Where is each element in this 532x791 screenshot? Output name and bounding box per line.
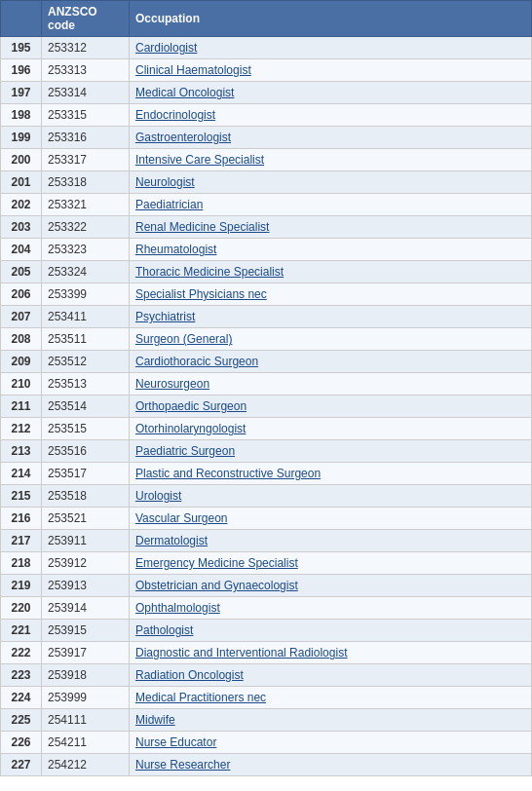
table-row: 227254212Nurse Researcher bbox=[1, 754, 532, 776]
table-row: 224253999Medical Practitioners nec bbox=[1, 687, 532, 709]
row-anzsco-code: 253323 bbox=[42, 239, 130, 261]
table-row: 217253911Dermatologist bbox=[1, 530, 532, 552]
row-anzsco-code: 254212 bbox=[42, 754, 130, 776]
table-row: 225254111Midwife bbox=[1, 709, 532, 732]
table-row: 197253314Medical Oncologist bbox=[1, 82, 532, 104]
row-number: 208 bbox=[1, 328, 42, 351]
header-occupation: Occupation bbox=[130, 1, 532, 37]
row-anzsco-code: 253917 bbox=[42, 642, 130, 664]
row-anzsco-code: 253312 bbox=[42, 37, 130, 59]
row-anzsco-code: 253521 bbox=[42, 508, 130, 530]
row-anzsco-code: 253912 bbox=[42, 552, 130, 575]
row-number: 217 bbox=[1, 530, 42, 552]
row-occupation-link[interactable]: Diagnostic and Interventional Radiologis… bbox=[130, 642, 532, 664]
row-anzsco-code: 253918 bbox=[42, 664, 130, 687]
table-row: 206253399Specialist Physicians nec bbox=[1, 283, 532, 306]
row-number: 223 bbox=[1, 664, 42, 687]
row-number: 214 bbox=[1, 463, 42, 485]
row-occupation-link[interactable]: Intensive Care Specialist bbox=[130, 149, 532, 171]
row-anzsco-code: 253913 bbox=[42, 575, 130, 597]
row-occupation-link[interactable]: Vascular Surgeon bbox=[130, 508, 532, 530]
row-number: 224 bbox=[1, 687, 42, 709]
row-number: 226 bbox=[1, 732, 42, 754]
row-occupation-link[interactable]: Specialist Physicians nec bbox=[130, 283, 532, 306]
row-occupation-link[interactable]: Paediatrician bbox=[130, 194, 532, 216]
row-occupation-link[interactable]: Obstetrician and Gynaecologist bbox=[130, 575, 532, 597]
row-number: 213 bbox=[1, 440, 42, 463]
row-occupation-link[interactable]: Midwife bbox=[130, 709, 532, 732]
occupation-table: ANZSCO code Occupation 195253312Cardiolo… bbox=[0, 0, 532, 776]
table-row: 223253918Radiation Oncologist bbox=[1, 664, 532, 687]
row-anzsco-code: 253515 bbox=[42, 418, 130, 440]
table-row: 215253518Urologist bbox=[1, 485, 532, 508]
row-anzsco-code: 253518 bbox=[42, 485, 130, 508]
row-anzsco-code: 253911 bbox=[42, 530, 130, 552]
table-row: 226254211Nurse Educator bbox=[1, 732, 532, 754]
row-occupation-link[interactable]: Neurologist bbox=[130, 171, 532, 194]
row-number: 225 bbox=[1, 709, 42, 732]
row-occupation-link[interactable]: Renal Medicine Specialist bbox=[130, 216, 532, 239]
row-anzsco-code: 253517 bbox=[42, 463, 130, 485]
row-number: 219 bbox=[1, 575, 42, 597]
table-row: 198253315Endocrinologist bbox=[1, 104, 532, 127]
row-occupation-link[interactable]: Ophthalmologist bbox=[130, 597, 532, 620]
row-occupation-link[interactable]: Thoracic Medicine Specialist bbox=[130, 261, 532, 283]
row-anzsco-code: 253314 bbox=[42, 82, 130, 104]
table-row: 211253514Orthopaedic Surgeon bbox=[1, 396, 532, 418]
row-number: 209 bbox=[1, 351, 42, 373]
row-number: 218 bbox=[1, 552, 42, 575]
row-anzsco-code: 253411 bbox=[42, 306, 130, 328]
table-row: 214253517Plastic and Reconstructive Surg… bbox=[1, 463, 532, 485]
row-anzsco-code: 253514 bbox=[42, 396, 130, 418]
row-number: 220 bbox=[1, 597, 42, 620]
row-anzsco-code: 253512 bbox=[42, 351, 130, 373]
table-row: 208253511Surgeon (General) bbox=[1, 328, 532, 351]
row-occupation-link[interactable]: Rheumatologist bbox=[130, 239, 532, 261]
row-number: 202 bbox=[1, 194, 42, 216]
table-row: 200253317Intensive Care Specialist bbox=[1, 149, 532, 171]
table-row: 212253515Otorhinolaryngologist bbox=[1, 418, 532, 440]
row-anzsco-code: 253321 bbox=[42, 194, 130, 216]
row-occupation-link[interactable]: Otorhinolaryngologist bbox=[130, 418, 532, 440]
table-row: 205253324Thoracic Medicine Specialist bbox=[1, 261, 532, 283]
row-number: 196 bbox=[1, 59, 42, 82]
row-occupation-link[interactable]: Clinical Haematologist bbox=[130, 59, 532, 82]
row-number: 222 bbox=[1, 642, 42, 664]
table-row: 199253316Gastroenterologist bbox=[1, 127, 532, 149]
row-anzsco-code: 253999 bbox=[42, 687, 130, 709]
row-number: 207 bbox=[1, 306, 42, 328]
table-row: 218253912Emergency Medicine Specialist bbox=[1, 552, 532, 575]
row-occupation-link[interactable]: Psychiatrist bbox=[130, 306, 532, 328]
row-anzsco-code: 253315 bbox=[42, 104, 130, 127]
row-number: 211 bbox=[1, 396, 42, 418]
row-occupation-link[interactable]: Emergency Medicine Specialist bbox=[130, 552, 532, 575]
row-occupation-link[interactable]: Orthopaedic Surgeon bbox=[130, 396, 532, 418]
row-occupation-link[interactable]: Pathologist bbox=[130, 620, 532, 642]
row-occupation-link[interactable]: Cardiologist bbox=[130, 37, 532, 59]
row-occupation-link[interactable]: Dermatologist bbox=[130, 530, 532, 552]
row-anzsco-code: 254211 bbox=[42, 732, 130, 754]
table-row: 219253913Obstetrician and Gynaecologist bbox=[1, 575, 532, 597]
row-occupation-link[interactable]: Paediatric Surgeon bbox=[130, 440, 532, 463]
row-number: 216 bbox=[1, 508, 42, 530]
row-occupation-link[interactable]: Medical Oncologist bbox=[130, 82, 532, 104]
row-number: 227 bbox=[1, 754, 42, 776]
row-anzsco-code: 253915 bbox=[42, 620, 130, 642]
row-occupation-link[interactable]: Medical Practitioners nec bbox=[130, 687, 532, 709]
row-occupation-link[interactable]: Neurosurgeon bbox=[130, 373, 532, 396]
row-number: 203 bbox=[1, 216, 42, 239]
table-row: 204253323Rheumatologist bbox=[1, 239, 532, 261]
row-occupation-link[interactable]: Gastroenterologist bbox=[130, 127, 532, 149]
row-number: 197 bbox=[1, 82, 42, 104]
row-occupation-link[interactable]: Surgeon (General) bbox=[130, 328, 532, 351]
row-occupation-link[interactable]: Radiation Oncologist bbox=[130, 664, 532, 687]
row-number: 212 bbox=[1, 418, 42, 440]
row-occupation-link[interactable]: Cardiothoracic Surgeon bbox=[130, 351, 532, 373]
row-occupation-link[interactable]: Urologist bbox=[130, 485, 532, 508]
row-occupation-link[interactable]: Plastic and Reconstructive Surgeon bbox=[130, 463, 532, 485]
row-anzsco-code: 253318 bbox=[42, 171, 130, 194]
row-occupation-link[interactable]: Endocrinologist bbox=[130, 104, 532, 127]
row-occupation-link[interactable]: Nurse Researcher bbox=[130, 754, 532, 776]
row-occupation-link[interactable]: Nurse Educator bbox=[130, 732, 532, 754]
table-row: 201253318Neurologist bbox=[1, 171, 532, 194]
